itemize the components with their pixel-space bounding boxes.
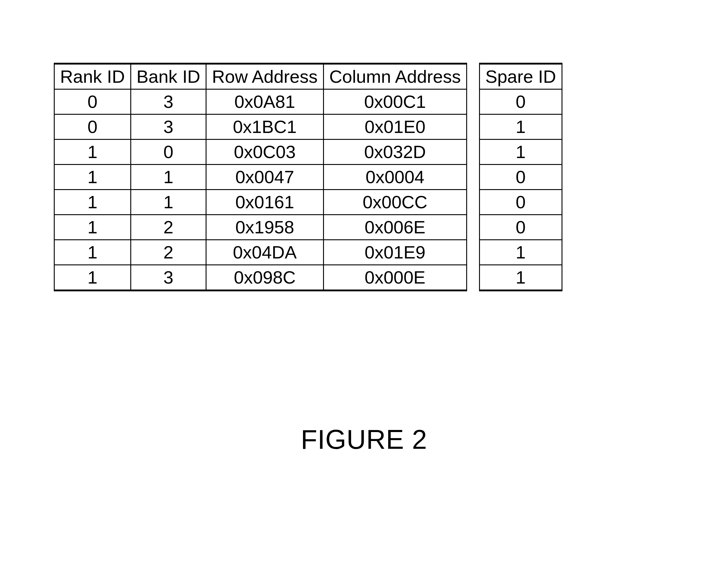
cell-bank-id: 2 — [131, 240, 206, 265]
cell-column-address: 0x00C1 — [323, 89, 467, 114]
cell-spare-id: 0 — [479, 215, 562, 240]
table-row: 1 1 0x0047 0x0004 — [54, 165, 467, 190]
cell-rank-id: 1 — [54, 240, 131, 265]
cell-column-address: 0x0004 — [323, 165, 467, 190]
cell-row-address: 0x04DA — [206, 240, 324, 265]
cell-rank-id: 1 — [54, 190, 131, 215]
cell-row-address: 0x1BC1 — [206, 114, 324, 140]
table-row: 1 — [479, 265, 562, 291]
table-row: 0 — [479, 89, 562, 114]
table-row: 1 — [479, 114, 562, 140]
table-row: 0 — [479, 215, 562, 240]
cell-spare-id: 0 — [479, 89, 562, 114]
cell-spare-id: 1 — [479, 240, 562, 265]
cell-row-address: 0x1958 — [206, 215, 324, 240]
cell-row-address: 0x0047 — [206, 165, 324, 190]
table-row: 0 3 0x1BC1 0x01E0 — [54, 114, 467, 140]
cell-bank-id: 1 — [131, 190, 206, 215]
cell-column-address: 0x000E — [323, 265, 467, 291]
table-row: 1 1 0x0161 0x00CC — [54, 190, 467, 215]
cell-bank-id: 1 — [131, 165, 206, 190]
col-header-row-address: Row Address — [206, 64, 324, 89]
col-header-rank-id: Rank ID — [54, 64, 131, 89]
cell-spare-id: 1 — [479, 140, 562, 165]
cell-bank-id: 0 — [131, 140, 206, 165]
cell-spare-id: 0 — [479, 190, 562, 215]
table-row: 1 — [479, 240, 562, 265]
table-row: 1 3 0x098C 0x000E — [54, 265, 467, 291]
figure-caption: FIGURE 2 — [0, 424, 728, 455]
cell-column-address: 0x00CC — [323, 190, 467, 215]
cell-bank-id: 3 — [131, 89, 206, 114]
cell-column-address: 0x01E0 — [323, 114, 467, 140]
table-row: 0 3 0x0A81 0x00C1 — [54, 89, 467, 114]
address-table: Rank ID Bank ID Row Address Column Addre… — [54, 63, 467, 291]
cell-spare-id: 0 — [479, 165, 562, 190]
header-row: Rank ID Bank ID Row Address Column Addre… — [54, 64, 467, 89]
cell-rank-id: 0 — [54, 89, 131, 114]
cell-column-address: 0x01E9 — [323, 240, 467, 265]
cell-column-address: 0x032D — [323, 140, 467, 165]
table-row: 1 0 0x0C03 0x032D — [54, 140, 467, 165]
cell-row-address: 0x0A81 — [206, 89, 324, 114]
cell-rank-id: 0 — [54, 114, 131, 140]
cell-rank-id: 1 — [54, 215, 131, 240]
table-row: 1 2 0x1958 0x006E — [54, 215, 467, 240]
cell-column-address: 0x006E — [323, 215, 467, 240]
cell-row-address: 0x0161 — [206, 190, 324, 215]
cell-row-address: 0x0C03 — [206, 140, 324, 165]
col-header-spare-id: Spare ID — [479, 64, 562, 89]
col-header-column-address: Column Address — [323, 64, 467, 89]
table-row: 0 — [479, 165, 562, 190]
cell-bank-id: 3 — [131, 265, 206, 291]
page: Rank ID Bank ID Row Address Column Addre… — [0, 0, 728, 568]
cell-row-address: 0x098C — [206, 265, 324, 291]
cell-rank-id: 1 — [54, 165, 131, 190]
cell-bank-id: 3 — [131, 114, 206, 140]
cell-bank-id: 2 — [131, 215, 206, 240]
table-row: 1 2 0x04DA 0x01E9 — [54, 240, 467, 265]
cell-rank-id: 1 — [54, 265, 131, 291]
tables-wrap: Rank ID Bank ID Row Address Column Addre… — [54, 63, 562, 291]
spare-id-table: Spare ID 0 1 1 0 0 0 1 1 — [479, 63, 562, 291]
header-row: Spare ID — [479, 64, 562, 89]
col-header-bank-id: Bank ID — [131, 64, 206, 89]
table-row: 0 — [479, 190, 562, 215]
cell-spare-id: 1 — [479, 114, 562, 140]
cell-rank-id: 1 — [54, 140, 131, 165]
cell-spare-id: 1 — [479, 265, 562, 291]
table-row: 1 — [479, 140, 562, 165]
